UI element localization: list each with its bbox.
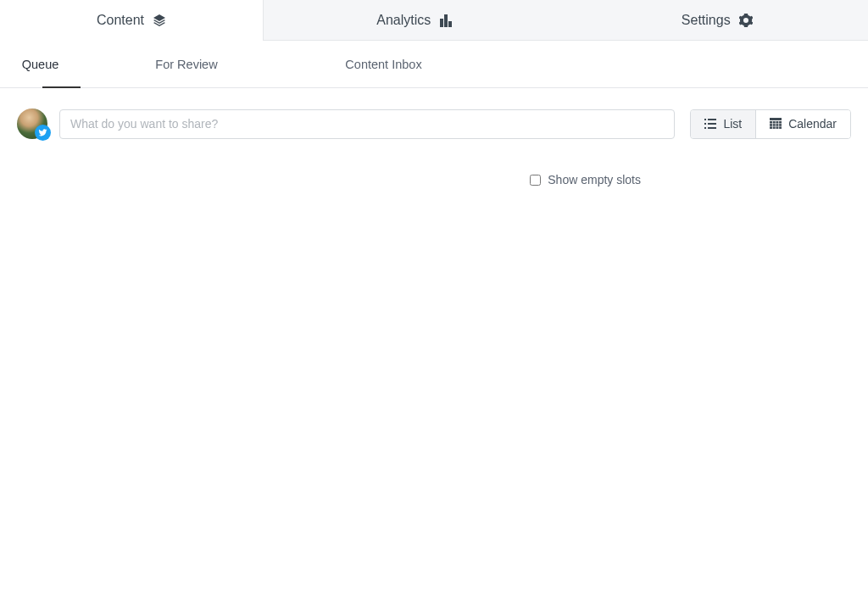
svg-rect-6 [708,123,716,125]
bar-chart-icon [439,14,453,27]
subtab-queue-label: Queue [22,58,59,71]
svg-rect-17 [779,124,782,126]
gear-icon [739,14,753,27]
subtab-review-label: For Review [155,58,217,71]
svg-rect-7 [704,127,706,129]
composer-input[interactable] [59,109,675,139]
svg-rect-13 [779,121,782,124]
svg-rect-3 [704,119,706,120]
svg-rect-9 [770,118,782,120]
list-icon [704,118,716,130]
svg-rect-12 [776,121,779,124]
tab-content[interactable]: Content [0,0,263,41]
view-list-button[interactable]: List [691,110,755,138]
subtab-queue[interactable]: Queue [0,41,81,87]
svg-rect-18 [770,126,772,129]
twitter-badge [35,125,51,141]
twitter-icon [38,128,47,137]
svg-rect-5 [704,123,706,125]
avatar-wrap[interactable] [17,109,47,139]
svg-rect-16 [776,124,779,126]
tab-content-label: Content [97,13,144,28]
svg-rect-21 [779,126,782,129]
view-toggle: List Calendar [690,109,851,139]
layers-icon [153,14,166,27]
svg-rect-1 [444,14,448,27]
svg-rect-4 [708,119,716,120]
svg-rect-8 [708,127,716,129]
subtab-review[interactable]: For Review [81,41,292,87]
sub-tabs: Queue For Review Content Inbox [0,41,868,88]
svg-rect-10 [770,121,772,124]
tab-analytics-label: Analytics [376,13,431,28]
show-empty-slots-label[interactable]: Show empty slots [548,173,641,186]
subtab-inbox-label: Content Inbox [345,58,421,71]
view-list-label: List [723,117,742,131]
main-tabs: Content Analytics Settings [0,0,868,41]
svg-rect-19 [773,126,776,129]
show-empty-slots-checkbox[interactable] [530,175,541,186]
view-calendar-button[interactable]: Calendar [755,110,850,138]
svg-rect-11 [773,121,776,124]
tab-settings-label: Settings [682,13,731,28]
content-area: List Calendar Show empty slots [0,88,868,186]
svg-rect-2 [448,21,452,27]
tab-analytics[interactable]: Analytics [263,0,566,41]
svg-rect-15 [773,124,776,126]
subtab-inbox[interactable]: Content Inbox [292,41,475,87]
svg-rect-20 [776,126,779,129]
tab-settings[interactable]: Settings [566,0,869,41]
svg-rect-14 [770,124,772,126]
view-calendar-label: Calendar [788,117,837,131]
options-row: Show empty slots [17,173,851,186]
calendar-icon [770,118,782,130]
composer-row: List Calendar [17,109,851,139]
svg-rect-0 [440,19,443,27]
